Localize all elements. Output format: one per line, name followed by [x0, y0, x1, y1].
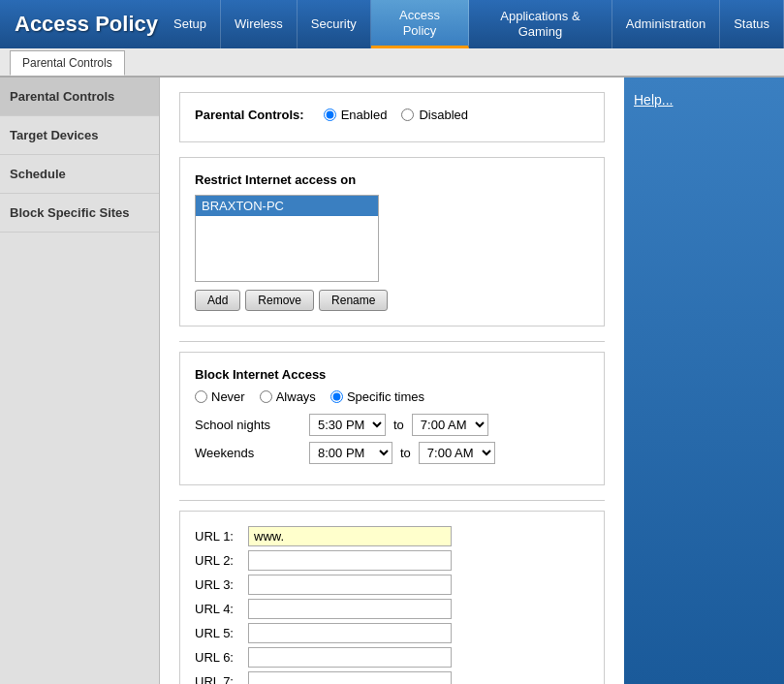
url-input-3[interactable] [248, 575, 452, 595]
pc-label: Parental Controls: [195, 108, 304, 122]
school-nights-label: School nights [195, 418, 301, 432]
divider-1 [179, 341, 605, 342]
school-nights-from-select[interactable]: 5:30 PM 6:00 PM 7:00 PM 8:00 PM [309, 414, 386, 436]
school-nights-row: School nights 5:30 PM 6:00 PM 7:00 PM 8:… [195, 414, 589, 436]
parental-controls-section: Parental Controls: Enabled Disabled [179, 92, 605, 142]
header: Access Policy Setup Wireless Security Ac… [0, 0, 784, 48]
logo: Access Policy [0, 12, 160, 37]
url-label-6: URL 6: [195, 650, 248, 665]
url-input-1[interactable] [248, 526, 452, 546]
target-devices-label: Restrict Internet access on [195, 172, 589, 187]
specific-times-label: Specific times [347, 389, 424, 404]
url-label-7: URL 7: [195, 674, 248, 684]
specific-times-radio[interactable] [330, 390, 343, 403]
remove-button[interactable]: Remove [245, 290, 314, 311]
url-label-2: URL 2: [195, 553, 248, 568]
content-area: Parental Controls: Enabled Disabled Rest… [160, 78, 624, 684]
sidebar-item-target-devices[interactable]: Target Devices [0, 116, 159, 155]
pc-radio-group: Enabled Disabled [324, 108, 468, 122]
disabled-label: Disabled [419, 108, 468, 122]
block-internet-title: Block Internet Access [195, 367, 589, 382]
never-radio[interactable] [195, 390, 207, 403]
block-sites-section: URL 1: URL 2: URL 3: URL 4: URL 5: URL 6… [179, 511, 605, 684]
url-label-1: URL 1: [195, 529, 248, 544]
enabled-radio[interactable] [324, 109, 336, 121]
url-input-4[interactable] [248, 599, 452, 619]
sidebar-item-schedule[interactable]: Schedule [0, 155, 159, 194]
enabled-radio-label[interactable]: Enabled [324, 108, 388, 122]
nav-tabs: Setup Wireless Security Access Policy Ap… [160, 0, 784, 48]
subnav-parental-controls[interactable]: Parental Controls [10, 50, 125, 76]
tab-status[interactable]: Status [720, 0, 784, 48]
url-row-3: URL 3: [195, 575, 589, 595]
schedule-radio-group: Never Always Specific times [195, 389, 589, 404]
school-nights-to-label: to [393, 418, 404, 432]
url-label-5: URL 5: [195, 626, 248, 640]
url-input-5[interactable] [248, 623, 452, 643]
pc-status-row: Parental Controls: Enabled Disabled [195, 108, 589, 122]
main-layout: Parental Controls Target Devices Schedul… [0, 78, 784, 684]
device-list[interactable]: BRAXTON-PC [195, 195, 379, 282]
weekends-to-select[interactable]: 7:00 AM 8:00 AM [419, 442, 495, 464]
url-input-6[interactable] [248, 647, 452, 668]
always-radio-label[interactable]: Always [260, 389, 316, 404]
always-label: Always [276, 389, 316, 404]
help-link[interactable]: Help... [634, 92, 673, 108]
sidebar-item-parental-controls[interactable]: Parental Controls [0, 78, 159, 116]
divider-2 [179, 500, 605, 501]
url-row-2: URL 2: [195, 550, 589, 571]
sidebar-item-block-specific-sites[interactable]: Block Specific Sites [0, 194, 159, 233]
url-row-1: URL 1: [195, 526, 589, 546]
schedule-section: Block Internet Access Never Always Speci… [179, 352, 605, 485]
right-panel: Help... [624, 78, 784, 684]
disabled-radio-label[interactable]: Disabled [401, 108, 468, 122]
url-input-7[interactable] [248, 671, 452, 684]
never-radio-label[interactable]: Never [195, 389, 245, 404]
disabled-radio[interactable] [401, 109, 414, 121]
rename-button[interactable]: Rename [319, 290, 388, 311]
weekends-from-select[interactable]: 8:00 PM 9:00 PM 10:00 PM [309, 442, 392, 464]
school-nights-to-select[interactable]: 7:00 AM 8:00 AM 9:00 AM [412, 414, 488, 436]
sub-nav: Parental Controls [0, 48, 784, 78]
url-row-7: URL 7: [195, 671, 589, 684]
specific-times-radio-label[interactable]: Specific times [330, 389, 424, 404]
weekends-label: Weekends [195, 446, 301, 460]
url-label-4: URL 4: [195, 602, 248, 616]
tab-security[interactable]: Security [298, 0, 371, 48]
sidebar: Parental Controls Target Devices Schedul… [0, 78, 160, 684]
url-label-3: URL 3: [195, 577, 248, 592]
url-row-6: URL 6: [195, 647, 589, 668]
device-btn-row: Add Remove Rename [195, 290, 589, 311]
weekends-row: Weekends 8:00 PM 9:00 PM 10:00 PM to 7:0… [195, 442, 589, 464]
tab-administration[interactable]: Administration [612, 0, 720, 48]
url-row-4: URL 4: [195, 599, 589, 619]
tab-wireless[interactable]: Wireless [221, 0, 298, 48]
url-input-2[interactable] [248, 550, 452, 571]
add-button[interactable]: Add [195, 290, 240, 311]
target-devices-section: Restrict Internet access on BRAXTON-PC A… [179, 157, 605, 326]
tab-access-policy[interactable]: Access Policy [371, 0, 469, 48]
never-label: Never [211, 389, 245, 404]
tab-setup[interactable]: Setup [160, 0, 221, 48]
url-row-5: URL 5: [195, 623, 589, 643]
tab-applications-gaming[interactable]: Applications & Gaming [469, 0, 612, 48]
device-item[interactable]: BRAXTON-PC [196, 196, 378, 216]
weekends-to-label: to [400, 446, 411, 460]
enabled-label: Enabled [341, 108, 388, 122]
always-radio[interactable] [260, 390, 272, 403]
